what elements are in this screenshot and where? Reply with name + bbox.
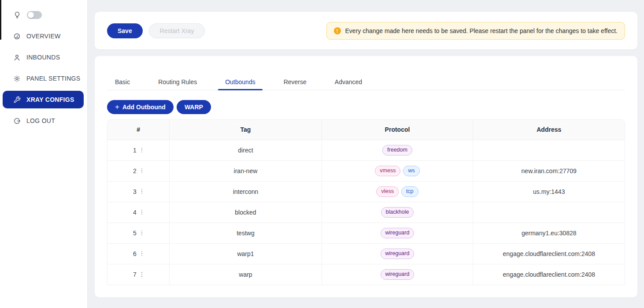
table-row: 5testwgwireguardgermany1.eu:30828 [107, 223, 625, 243]
table-row: 1directfreedom [107, 140, 625, 160]
table-row: 3interconnvlesstcpus.my:1443 [107, 181, 625, 202]
toolbar: Save Restart Xray ! Every change made he… [95, 12, 637, 49]
protocol-badge-wireguard: wireguard [381, 228, 415, 238]
tag-cell: warp1 [170, 243, 322, 264]
tag-cell: warp [170, 264, 322, 285]
screen-edge-artifact [0, 0, 1, 40]
column-header-address: Address [473, 120, 625, 140]
tab-advanced[interactable]: Advanced [328, 78, 369, 90]
row-number: 5 [133, 230, 137, 237]
protocol-badge-ws: ws [403, 166, 419, 176]
dark-mode-toggle[interactable] [27, 11, 42, 19]
sidebar-item-label: OVERVIEW [26, 33, 61, 40]
protocol-badges: blackhole [322, 207, 473, 218]
logout-icon [13, 117, 21, 125]
main-content: Save Restart Xray ! Every change made he… [88, 0, 644, 308]
tag-cell: blocked [170, 202, 322, 223]
warp-button[interactable]: WARP [177, 100, 211, 114]
row-number: 7 [133, 271, 137, 278]
tag-cell: iran-new [170, 160, 322, 181]
address-cell: germany1.eu:30828 [473, 223, 625, 243]
restart-xray-button[interactable]: Restart Xray [149, 23, 205, 38]
sidebar-item-label: PANEL SETTINGS [26, 75, 80, 82]
tab-basic[interactable]: Basic [108, 78, 137, 90]
toolbar-buttons: Save Restart Xray [107, 23, 205, 38]
address-cell: new.iran.com:27709 [473, 160, 625, 181]
protocol-badges: wireguard [322, 269, 473, 280]
sidebar-item-panel-settings[interactable]: PANEL SETTINGS [0, 68, 87, 89]
address-cell [473, 140, 625, 160]
wrench-icon [13, 96, 21, 104]
row-menu-icon[interactable] [140, 146, 144, 154]
tab-routing-rules[interactable]: Routing Rules [151, 78, 204, 90]
tab-bar: BasicRouting RulesOutboundsReverseAdvanc… [107, 68, 625, 90]
row-menu-icon[interactable] [140, 208, 144, 216]
row-menu-icon[interactable] [140, 229, 144, 237]
user-icon [13, 54, 21, 61]
row-menu-icon[interactable] [140, 271, 144, 278]
xray-configs-panel: BasicRouting RulesOutboundsReverseAdvanc… [95, 56, 637, 297]
tag-cell: testwg [170, 223, 322, 243]
row-menu-icon[interactable] [140, 250, 144, 258]
row-number: 2 [133, 167, 137, 174]
table-row: 2iran-newvmesswsnew.iran.com:27709 [107, 160, 625, 181]
table-row: 6warp1wireguardengage.cloudflareclient.c… [107, 243, 625, 264]
sidebar-item-label: INBOUNDS [26, 54, 60, 61]
warning-icon: ! [334, 27, 341, 34]
address-cell: us.my:1443 [473, 181, 625, 202]
protocol-badge-tcp: tcp [401, 186, 418, 197]
row-number: 4 [133, 209, 137, 216]
sidebar: OVERVIEWINBOUNDSPANEL SETTINGSXRAY CONFI… [0, 0, 88, 308]
table-row: 4blockedblackhole [107, 202, 625, 223]
row-number: 3 [133, 188, 137, 195]
protocol-badge-vmess: vmess [375, 166, 400, 176]
protocol-badge-freedom: freedom [382, 145, 412, 156]
theme-toggle-row [0, 7, 87, 23]
warning-alert-text: Every change made here needs to be saved… [345, 27, 618, 34]
protocol-badge-vless: vless [376, 186, 398, 197]
tag-cell: interconn [170, 181, 322, 202]
column-header-tag: Tag [170, 120, 322, 140]
protocol-badge-wireguard: wireguard [381, 269, 415, 280]
actions-row: + Add Outbound WARP [107, 100, 625, 114]
bulb-icon [13, 11, 21, 19]
tab-reverse[interactable]: Reverse [277, 78, 314, 90]
protocol-badges: vlesstcp [322, 186, 473, 197]
protocol-badges: wireguard [322, 249, 473, 259]
table-row: 7warpwireguardengage.cloudflareclient.co… [107, 264, 625, 285]
sidebar-item-inbounds[interactable]: INBOUNDS [0, 47, 87, 68]
sidebar-item-label: LOG OUT [26, 117, 55, 124]
toggle-knob [28, 12, 34, 18]
protocol-badges: wireguard [322, 228, 473, 238]
save-button[interactable]: Save [107, 23, 143, 38]
sidebar-item-label: XRAY CONFIGS [26, 96, 74, 103]
sidebar-item-xray-configs[interactable]: XRAY CONFIGS [3, 91, 84, 108]
outbounds-table: #TagProtocolAddress 1directfreedom2iran-… [107, 119, 625, 285]
protocol-badges: freedom [322, 145, 473, 156]
protocol-badges: vmessws [322, 166, 473, 176]
address-cell [473, 202, 625, 223]
sidebar-nav: OVERVIEWINBOUNDSPANEL SETTINGSXRAY CONFI… [0, 26, 87, 131]
tab-outbounds[interactable]: Outbounds [218, 78, 263, 90]
plus-icon: + [115, 103, 119, 111]
row-number: 6 [133, 250, 137, 257]
row-number: 1 [133, 147, 137, 154]
warning-alert: ! Every change made here needs to be sav… [326, 22, 625, 40]
row-menu-icon[interactable] [140, 167, 144, 175]
column-header--: # [107, 120, 170, 140]
address-cell: engage.cloudflareclient.com:2408 [473, 243, 625, 264]
protocol-badge-blackhole: blackhole [381, 207, 414, 218]
add-outbound-label: Add Outbound [122, 104, 166, 111]
row-menu-icon[interactable] [140, 188, 144, 196]
tag-cell: direct [170, 140, 322, 160]
protocol-badge-wireguard: wireguard [381, 249, 415, 259]
add-outbound-button[interactable]: + Add Outbound [107, 100, 174, 114]
sidebar-item-log-out[interactable]: LOG OUT [0, 110, 87, 131]
dashboard-icon [13, 33, 21, 40]
sidebar-item-overview[interactable]: OVERVIEW [0, 26, 87, 47]
gear-icon [13, 75, 21, 82]
address-cell: engage.cloudflareclient.com:2408 [473, 264, 625, 285]
column-header-protocol: Protocol [322, 120, 473, 140]
table-header-row: #TagProtocolAddress [107, 120, 625, 140]
